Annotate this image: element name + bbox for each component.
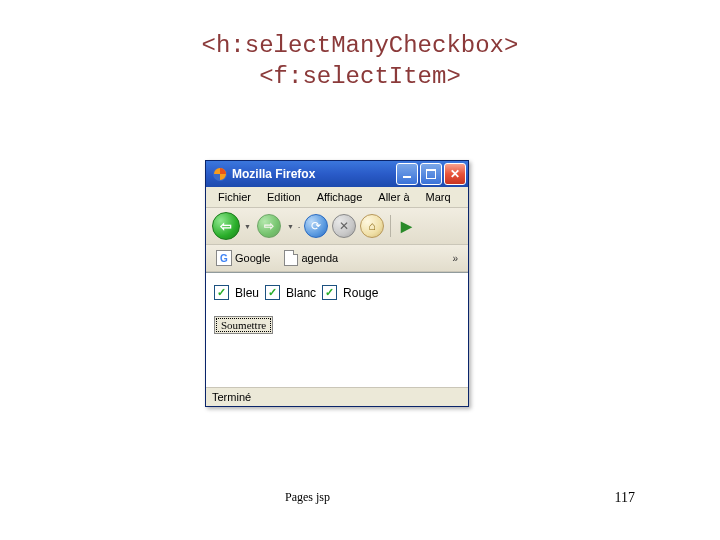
label-bleu: Bleu bbox=[235, 286, 259, 300]
minimize-button[interactable] bbox=[396, 163, 418, 185]
menu-edit[interactable]: Edition bbox=[259, 189, 309, 205]
browser-window: Mozilla Firefox ✕ Fichier Edition Affich… bbox=[205, 160, 469, 407]
reload-button[interactable]: ⟳ bbox=[304, 214, 328, 238]
title-line-1: <h:selectManyCheckbox> bbox=[0, 30, 720, 61]
status-bar: Terminé bbox=[206, 387, 468, 406]
menu-bookmarks[interactable]: Marq bbox=[418, 189, 459, 205]
slide-footer-label: Pages jsp bbox=[285, 490, 330, 505]
bookmarks-overflow-button[interactable]: » bbox=[448, 253, 462, 264]
submit-button[interactable]: Soumettre bbox=[214, 316, 273, 334]
bookmarks-toolbar: G Google agenda » bbox=[206, 245, 468, 272]
forward-dropdown-icon[interactable]: ▼ bbox=[287, 223, 294, 230]
title-line-2: <f:selectItem> bbox=[0, 61, 720, 92]
maximize-button[interactable] bbox=[420, 163, 442, 185]
label-blanc: Blanc bbox=[286, 286, 316, 300]
toolbar-separator bbox=[390, 215, 391, 237]
nav-toolbar: ⇦ ▼ ⇨ ▼ - ⟳ ✕ ⌂ ▶ bbox=[206, 208, 468, 245]
checkbox-bleu[interactable]: ✓ bbox=[214, 285, 229, 300]
menu-go[interactable]: Aller à bbox=[370, 189, 417, 205]
status-text: Terminé bbox=[212, 391, 251, 403]
firefox-icon bbox=[212, 166, 228, 182]
bookmark-google[interactable]: G Google bbox=[212, 248, 274, 268]
close-button[interactable]: ✕ bbox=[444, 163, 466, 185]
go-button[interactable]: ▶ bbox=[397, 217, 415, 235]
page-icon bbox=[284, 250, 298, 266]
slide-page-number: 117 bbox=[615, 490, 635, 506]
back-dropdown-icon[interactable]: ▼ bbox=[244, 223, 251, 230]
window-title: Mozilla Firefox bbox=[232, 167, 394, 181]
checkbox-blanc[interactable]: ✓ bbox=[265, 285, 280, 300]
home-button[interactable]: ⌂ bbox=[360, 214, 384, 238]
google-icon: G bbox=[216, 250, 232, 266]
checkbox-rouge[interactable]: ✓ bbox=[322, 285, 337, 300]
label-rouge: Rouge bbox=[343, 286, 378, 300]
menu-view[interactable]: Affichage bbox=[309, 189, 371, 205]
titlebar[interactable]: Mozilla Firefox ✕ bbox=[206, 161, 468, 187]
checkbox-group: ✓ Bleu ✓ Blanc ✓ Rouge bbox=[214, 285, 460, 300]
menubar: Fichier Edition Affichage Aller à Marq bbox=[206, 187, 468, 208]
slide-title: <h:selectManyCheckbox> <f:selectItem> bbox=[0, 30, 720, 92]
back-button[interactable]: ⇦ bbox=[212, 212, 240, 240]
bookmark-agenda[interactable]: agenda bbox=[280, 248, 342, 268]
menu-file[interactable]: Fichier bbox=[210, 189, 259, 205]
forward-button[interactable]: ⇨ bbox=[255, 212, 283, 240]
stop-button[interactable]: ✕ bbox=[332, 214, 356, 238]
separator-icon: - bbox=[298, 223, 300, 230]
page-content: ✓ Bleu ✓ Blanc ✓ Rouge Soumettre bbox=[206, 272, 468, 387]
